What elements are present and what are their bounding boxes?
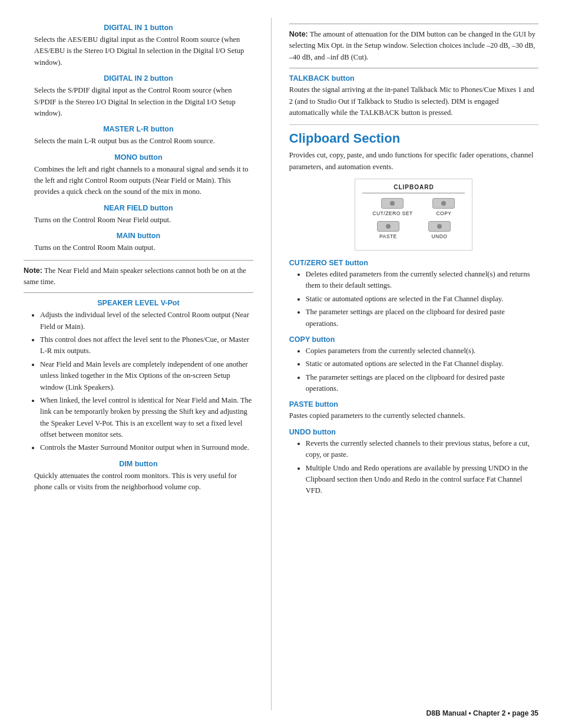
undo-list: Reverts the currently selected channels …: [306, 438, 538, 497]
list-item: Controls the Master Surround Monitor out…: [40, 442, 253, 453]
copy-dot: [441, 201, 446, 206]
list-item: Deletes edited parameters from the curre…: [306, 269, 538, 292]
cut-zero-set-label: CUT/ZERO SET: [372, 210, 412, 216]
cut-zero-set-btn-wrap: CUT/ZERO SET: [372, 198, 412, 216]
digital-in1-body: Selects the AES/EBU digital input as the…: [34, 34, 253, 68]
copy-heading: COPY button: [289, 335, 538, 344]
main-body: Turns on the Control Room Main output.: [34, 242, 253, 253]
master-lr-heading: MASTER L-R button: [24, 125, 253, 133]
undo-dot: [437, 224, 442, 229]
speaker-level-heading: SPEAKER LEVEL V-Pot: [24, 299, 253, 307]
copy-list: Copies parameters from the currently sel…: [306, 345, 538, 395]
divider: [289, 124, 538, 125]
clipboard-section-heading: Clipboard Section: [289, 131, 538, 146]
note1-label: Note:: [24, 266, 42, 275]
undo-heading: UNDO button: [289, 428, 538, 436]
copy-label: COPY: [436, 210, 451, 216]
list-item: The parameter settings are placed on the…: [306, 307, 538, 330]
cut-zero-set-heading: CUT/ZERO SET button: [289, 259, 538, 267]
undo-btn: [428, 221, 451, 232]
digital-in2-heading: DIGITAL IN 2 button: [24, 74, 253, 83]
near-field-heading: NEAR FIELD button: [24, 204, 253, 212]
paste-heading: PASTE button: [289, 400, 538, 409]
note-dim-text: The amount of attenuation for the DIM bu…: [289, 30, 535, 61]
copy-btn-wrap: COPY: [432, 198, 455, 216]
note1: Note: The Near Field and Main speaker se…: [24, 260, 253, 294]
talkback-heading: TALKBACK button: [289, 74, 538, 83]
note-dim-label: Note:: [289, 30, 308, 38]
paste-btn: [377, 221, 399, 232]
note-dim: Note: The amount of attenuation for the …: [289, 24, 538, 68]
clipboard-row1: CUT/ZERO SET COPY: [362, 198, 465, 216]
digital-in2-body: Selects the S/PDIF digital input as the …: [34, 85, 253, 119]
list-item: Static or automated options are selected…: [306, 294, 538, 305]
dim-body: Quickly attenuates the control room moni…: [34, 470, 253, 493]
list-item: When linked, the level control is identi…: [40, 395, 253, 441]
talkback-body: Routes the signal arriving at the in-pan…: [289, 84, 538, 118]
list-item: Copies parameters from the currently sel…: [306, 345, 538, 357]
paste-btn-wrap: PASTE: [377, 221, 399, 239]
mono-body: Combines the left and right channels to …: [34, 164, 253, 198]
clipboard-intro: Provides cut, copy, paste, and undo func…: [289, 150, 538, 173]
master-lr-body: Selects the main L-R output bus as the C…: [34, 136, 253, 147]
note1-text: The Near Field and Main speaker selectio…: [24, 266, 246, 286]
list-item: This control does not affect the level s…: [40, 334, 253, 357]
paste-label: PASTE: [379, 233, 397, 239]
list-item: The parameter settings are placed on the…: [306, 372, 538, 395]
list-item: Multiple Undo and Redo operations are av…: [306, 463, 538, 497]
cut-zero-set-dot: [390, 201, 395, 206]
list-item: Static or automated options are selected…: [306, 358, 538, 370]
clipboard-panel-diagram: CLIPBOARD CUT/ZERO SET COPY: [355, 179, 472, 251]
paste-body: Pastes copied parameters to the currentl…: [289, 410, 538, 421]
speaker-level-list: Adjusts the individual level of the sele…: [40, 309, 253, 454]
digital-in1-heading: DIGITAL IN 1 button: [24, 24, 253, 32]
undo-btn-wrap: UNDO: [428, 221, 451, 239]
page-footer: D8B Manual • Chapter 2 • page 35: [427, 709, 538, 717]
list-item: Near Field and Main levels are completel…: [40, 359, 253, 393]
main-heading: MAIN button: [24, 232, 253, 240]
cut-zero-set-btn: [381, 198, 404, 209]
clipboard-row2: PASTE UNDO: [362, 221, 465, 239]
list-item: Reverts the currently selected channels …: [306, 438, 538, 461]
paste-dot: [386, 224, 391, 229]
mono-heading: MONO button: [24, 153, 253, 162]
near-field-body: Turns on the Control Room Near Field out…: [34, 215, 253, 226]
copy-btn: [432, 198, 455, 209]
clipboard-panel-title: CLIPBOARD: [362, 184, 465, 193]
dim-heading: DIM button: [24, 460, 253, 468]
list-item: Adjusts the individual level of the sele…: [40, 309, 253, 332]
cut-zero-set-list: Deletes edited parameters from the curre…: [306, 269, 538, 330]
undo-label: UNDO: [431, 233, 447, 239]
